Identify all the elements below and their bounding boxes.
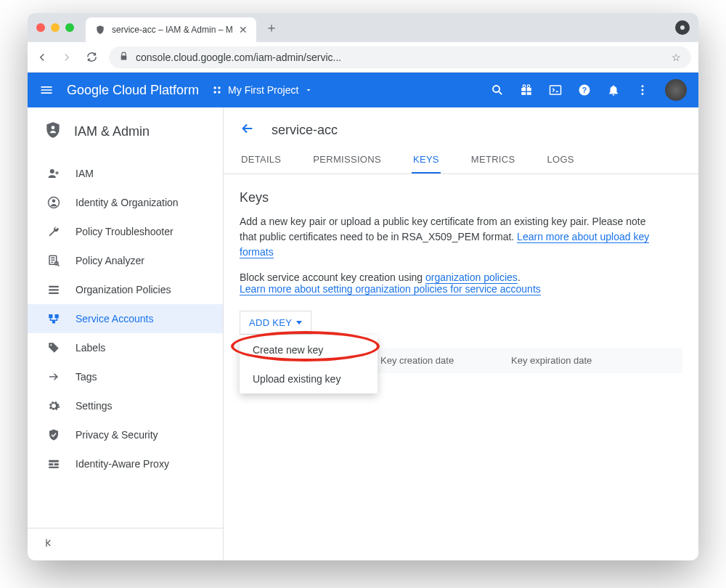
shield-icon [94, 24, 106, 36]
tab-logs[interactable]: LOGS [545, 147, 575, 173]
upload-existing-key-item[interactable]: Upload existing key [240, 364, 378, 393]
back-arrow-button[interactable] [240, 121, 256, 139]
sidebar-title: IAM & Admin [74, 124, 150, 139]
help-icon[interactable]: ? [578, 83, 591, 97]
learn-more-org-policies-link[interactable]: Learn more about setting organization po… [240, 283, 541, 295]
close-window-button[interactable] [36, 23, 45, 32]
browser-profile-button[interactable] [675, 20, 690, 35]
gcp-header: Google Cloud Platform My First Project ? [28, 73, 698, 107]
block-paragraph: Block service account key creation using… [240, 271, 682, 295]
sidebar-item-policy-troubleshooter[interactable]: Policy Troubleshooter [28, 217, 223, 246]
main-panel: service-acc DETAILS PERMISSIONS KEYS MET… [224, 107, 698, 560]
list-icon [46, 282, 61, 297]
tab-metrics[interactable]: METRICS [470, 147, 517, 173]
tag-icon [46, 340, 61, 355]
gift-icon[interactable] [520, 83, 533, 97]
reload-button[interactable] [84, 50, 99, 65]
sidebar-item-service-accounts[interactable]: Service Accounts [28, 304, 223, 333]
sidebar-list: IAM Identity & Organization Policy Troub… [28, 155, 223, 528]
add-key-wrap: ADD KEY Create new key Upload existing k… [240, 311, 311, 335]
caret-down-icon [296, 321, 302, 324]
sidebar-item-label: Policy Troubleshooter [76, 226, 174, 237]
forward-button[interactable] [60, 50, 74, 65]
user-avatar[interactable] [665, 79, 687, 101]
sidebar-item-privacy-security[interactable]: Privacy & Security [28, 420, 223, 449]
svg-point-29 [50, 344, 52, 346]
svg-rect-30 [49, 460, 59, 462]
svg-point-2 [213, 91, 216, 94]
sidebar-item-identity-org[interactable]: Identity & Organization [28, 188, 223, 217]
person-add-icon [46, 166, 61, 181]
svg-point-3 [218, 91, 221, 94]
sidebar-item-label: Service Accounts [76, 313, 153, 324]
sidebar-item-label: Organization Policies [76, 284, 171, 295]
tab-details[interactable]: DETAILS [240, 147, 282, 173]
wrench-icon [46, 224, 61, 239]
sidebar-item-settings[interactable]: Settings [28, 391, 223, 420]
url-text: console.cloud.google.com/iam-admin/servi… [136, 52, 664, 63]
person-circle-icon [46, 195, 61, 210]
cloud-shell-icon[interactable] [549, 83, 562, 97]
address-bar[interactable]: console.cloud.google.com/iam-admin/servi… [109, 46, 691, 68]
svg-point-17 [52, 126, 55, 129]
svg-point-14 [642, 85, 644, 87]
th-created: Key creation date [380, 355, 482, 366]
header-actions: ? [491, 79, 687, 101]
add-key-button[interactable]: ADD KEY [240, 311, 311, 335]
iap-icon [46, 457, 61, 471]
notifications-icon[interactable] [607, 83, 620, 97]
gear-icon [46, 399, 61, 413]
sidebar-item-policy-analyzer[interactable]: Policy Analyzer [28, 246, 223, 275]
add-key-label: ADD KEY [249, 317, 292, 328]
browser-tab[interactable]: service-acc – IAM & Admin – M ✕ [86, 17, 256, 42]
sidebar-item-label: Privacy & Security [76, 429, 158, 441]
svg-point-0 [213, 86, 216, 89]
project-selector[interactable]: My First Project [212, 84, 313, 96]
bookmark-star-icon[interactable]: ☆ [672, 52, 681, 63]
sidebar-item-label: Identity-Aware Proxy [76, 458, 169, 470]
svg-rect-25 [49, 293, 59, 294]
more-icon[interactable] [636, 83, 649, 97]
sidebar-item-label: IAM [76, 168, 94, 179]
iam-admin-icon [44, 121, 62, 143]
org-policies-link[interactable]: organization policies [425, 271, 518, 284]
sidebar-item-label: Settings [76, 400, 113, 412]
tab-keys[interactable]: KEYS [412, 147, 441, 173]
svg-text:?: ? [582, 86, 587, 94]
project-dots-icon [212, 85, 222, 95]
svg-point-20 [52, 200, 56, 203]
svg-rect-6 [527, 88, 531, 91]
sidebar-item-label: Tags [76, 371, 97, 383]
hamburger-menu-icon[interactable] [39, 83, 54, 97]
arrow-right-icon [46, 369, 61, 384]
sidebar-item-org-policies[interactable]: Organization Policies [28, 275, 223, 304]
sidebar-item-tags[interactable]: Tags [28, 362, 223, 391]
add-key-dropdown: Create new key Upload existing key [240, 335, 378, 393]
browser-toolbar: console.cloud.google.com/iam-admin/servi… [28, 42, 698, 73]
sidebar-item-label: Identity & Organization [76, 197, 179, 208]
doc-search-icon [46, 253, 61, 268]
window-controls [36, 23, 74, 32]
sidebar-item-labels[interactable]: Labels [28, 333, 223, 362]
sidebar-item-iam[interactable]: IAM [28, 159, 223, 188]
block-text: Block service account key creation using [240, 271, 425, 283]
browser-window: service-acc – IAM & Admin – M ✕ ＋ consol… [28, 13, 698, 560]
sidebar-item-iap[interactable]: Identity-Aware Proxy [28, 449, 223, 478]
search-icon[interactable] [491, 83, 504, 97]
back-button[interactable] [35, 50, 49, 65]
browser-tab-strip: service-acc – IAM & Admin – M ✕ ＋ [28, 13, 698, 42]
close-tab-icon[interactable]: ✕ [239, 24, 248, 36]
svg-point-9 [523, 85, 526, 88]
svg-rect-26 [49, 314, 52, 318]
new-tab-button[interactable]: ＋ [265, 19, 278, 36]
tab-permissions[interactable]: PERMISSIONS [311, 147, 383, 173]
create-new-key-item[interactable]: Create new key [240, 335, 378, 364]
minimize-window-button[interactable] [51, 23, 60, 32]
section-description: Add a new key pair or upload a public ke… [240, 214, 661, 260]
brand-label: Google Cloud Platform [67, 83, 199, 98]
svg-rect-5 [521, 88, 526, 91]
svg-point-4 [493, 86, 499, 92]
maximize-window-button[interactable] [65, 23, 74, 32]
collapse-sidebar-button[interactable] [28, 528, 223, 560]
svg-point-18 [50, 169, 54, 173]
